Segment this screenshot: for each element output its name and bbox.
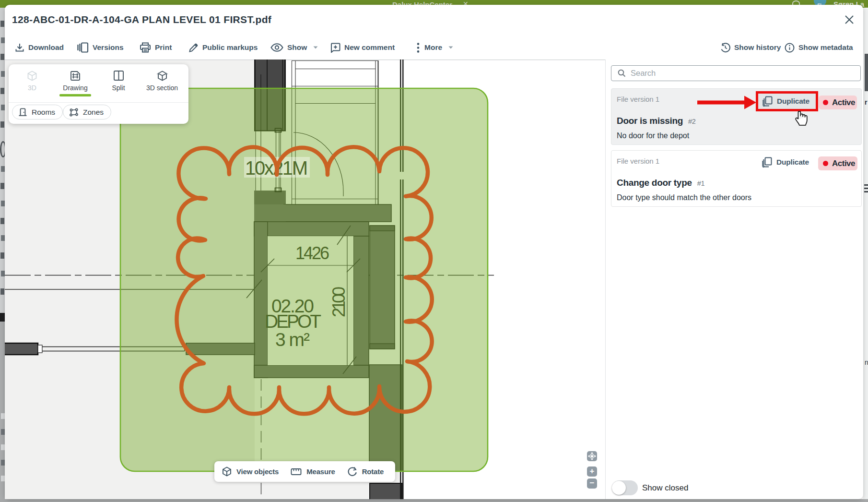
svg-text:2100: 2100 — [329, 287, 349, 317]
svg-text:DEPOT: DEPOT — [265, 311, 321, 332]
svg-text:1426: 1426 — [295, 243, 329, 263]
svg-text:3 m²: 3 m² — [275, 329, 310, 350]
